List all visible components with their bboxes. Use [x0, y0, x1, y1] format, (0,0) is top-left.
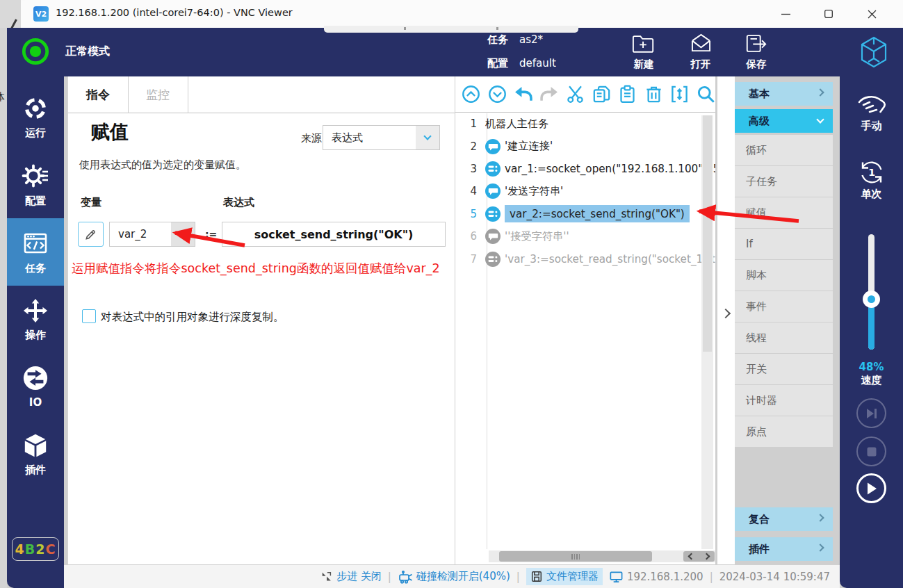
sidebar-item-label: 操作 — [25, 329, 46, 342]
file-manager-label: 文件管理器 — [546, 570, 599, 583]
badge-char: B — [25, 541, 35, 557]
tab-monitor[interactable]: 监控 — [128, 76, 188, 113]
program-line[interactable]: 1 机器人主任务 — [455, 113, 715, 135]
single-run-button[interactable]: 1 — [858, 158, 886, 189]
search-icon[interactable] — [697, 85, 715, 104]
instr-item-thread[interactable]: 线程 — [735, 322, 833, 353]
program-line[interactable]: 6 ''接受字符串'' — [455, 225, 715, 247]
run-icon — [22, 95, 49, 122]
instr-item-label: 事件 — [746, 300, 767, 313]
program-line[interactable]: 2 '建立连接' — [455, 135, 715, 157]
vertical-scrollbar[interactable] — [701, 115, 713, 549]
instruction-form-panel: 指令 监控 赋值 来源 表达式 使用表达式的值为选定的变量赋值。 变量 表达式 … — [67, 76, 455, 564]
scroll-step-buttons[interactable] — [683, 551, 715, 562]
comment-icon — [485, 183, 501, 199]
expand-chevron-icon[interactable] — [721, 309, 731, 318]
right-control-bar: 手动 1 单次 48% 速度 — [840, 76, 903, 588]
play-button[interactable] — [856, 473, 886, 503]
undo-icon[interactable] — [514, 85, 532, 104]
group-label: 高级 — [749, 115, 770, 128]
new-task-label: 新建 — [619, 58, 669, 71]
sidebar-item-config[interactable]: 配置 — [7, 151, 64, 218]
move-down-icon[interactable] — [488, 85, 507, 104]
redo-icon[interactable] — [540, 85, 559, 104]
assign-icon — [485, 161, 501, 177]
network-status[interactable]: 192.168.1.200 — [609, 570, 703, 584]
delete-icon[interactable] — [644, 85, 663, 104]
instr-item-assign[interactable]: 赋值 — [735, 197, 833, 228]
program-toolbar — [455, 76, 715, 113]
deep-copy-checkbox[interactable] — [82, 309, 96, 323]
instr-item-timer[interactable]: 计时器 — [735, 385, 833, 416]
instr-item-subtask[interactable]: 子任务 — [735, 166, 833, 197]
edit-variable-button[interactable] — [78, 222, 104, 247]
program-line-selected[interactable]: 5 var_2:=socket_send_string("OK") — [455, 203, 715, 225]
instr-item-label: 子任务 — [746, 175, 777, 188]
stop-button[interactable] — [856, 436, 886, 466]
source-select[interactable]: 表达式 — [323, 125, 440, 150]
step-status-label: 步进 关闭 — [336, 570, 382, 583]
save-label: 保存 — [731, 58, 781, 71]
vnc-toolbar-tab[interactable] — [324, 26, 578, 33]
file-manager-button[interactable]: 文件管理器 — [526, 568, 603, 585]
manual-mode-button[interactable] — [856, 94, 887, 120]
sidebar-item-task[interactable]: 任务 — [7, 218, 64, 286]
move-up-icon[interactable] — [462, 85, 480, 104]
collision-status[interactable]: 碰撞检测开启(40%) — [398, 570, 510, 584]
save-button[interactable]: 保存 — [731, 33, 781, 71]
maximize-button[interactable] — [813, 0, 845, 28]
chevron-right-icon — [816, 544, 824, 551]
step-status[interactable]: 步进 关闭 — [320, 570, 382, 583]
group-plugin[interactable]: 插件 — [735, 537, 833, 561]
group-compound[interactable]: 复合 — [735, 507, 833, 531]
variable-select[interactable]: var_2 — [109, 222, 195, 247]
line-number: 6 — [455, 230, 482, 243]
fold-icon[interactable] — [670, 85, 689, 104]
line-text: '建立连接' — [505, 139, 553, 154]
scroll-right-icon[interactable] — [703, 553, 710, 560]
line-number: 4 — [455, 185, 482, 197]
speed-slider-handle[interactable] — [863, 291, 880, 308]
close-icon — [868, 10, 877, 19]
instr-item-switch[interactable]: 开关 — [735, 354, 833, 384]
cut-icon[interactable] — [566, 85, 585, 104]
tab-instruction[interactable]: 指令 — [68, 76, 128, 113]
io-icon — [22, 365, 49, 391]
copy-icon[interactable] — [592, 85, 611, 104]
new-task-button[interactable]: 新建 — [619, 33, 669, 71]
program-line[interactable]: 7 'var_3:=socket_read_string("socket_1",… — [455, 247, 715, 270]
program-line[interactable]: 4 '发送字符串' — [455, 180, 715, 202]
scroll-left-icon[interactable] — [688, 553, 694, 560]
line-number: 7 — [455, 253, 482, 266]
instr-item-event[interactable]: 事件 — [735, 291, 833, 322]
group-label: 复合 — [749, 513, 770, 526]
sidebar-item-plugin[interactable]: 插件 — [7, 420, 64, 488]
horizontal-scrollbar[interactable] — [489, 550, 716, 562]
close-button[interactable] — [856, 0, 888, 28]
open-button[interactable]: 打开 — [676, 33, 726, 71]
minimize-button[interactable] — [770, 0, 802, 28]
paste-icon[interactable] — [618, 85, 637, 104]
instr-item-origin[interactable]: 原点 — [735, 416, 833, 447]
save-icon — [745, 33, 768, 54]
sidebar-item-operate[interactable]: 操作 — [7, 286, 64, 353]
robot-id-badge[interactable]: 4 B 2 C — [12, 537, 59, 561]
group-advanced[interactable]: 高级 — [735, 109, 833, 133]
sidebar-item-io[interactable]: IO — [7, 353, 64, 420]
program-line[interactable]: 3 var_1:=socket_open("192.168.1.100",850… — [455, 158, 715, 180]
line-text: var_1:=socket_open("192.168.1.100",8501,… — [505, 163, 716, 175]
sidebar-item-run[interactable]: 运行 — [7, 83, 64, 151]
config-label: 配置 — [487, 57, 508, 70]
datetime: 2024-03-14 10:59:47 — [719, 571, 830, 583]
step-forward-button[interactable] — [856, 398, 886, 428]
expression-field[interactable]: socket_send_string("OK") — [222, 222, 446, 247]
deep-copy-label: 对表达式中的引用对象进行深度复制。 — [101, 310, 284, 325]
config-row: 配置default — [487, 57, 556, 70]
instr-item-loop[interactable]: 循环 — [735, 135, 833, 165]
instr-item-if[interactable]: If — [735, 229, 833, 259]
svg-text:1: 1 — [868, 167, 875, 178]
instr-item-script[interactable]: 脚本 — [735, 260, 833, 291]
form-description: 使用表达式的值为选定的变量赋值。 — [79, 158, 246, 172]
group-basic[interactable]: 基本 — [735, 82, 833, 106]
scrollbar-thumb[interactable] — [499, 551, 652, 562]
